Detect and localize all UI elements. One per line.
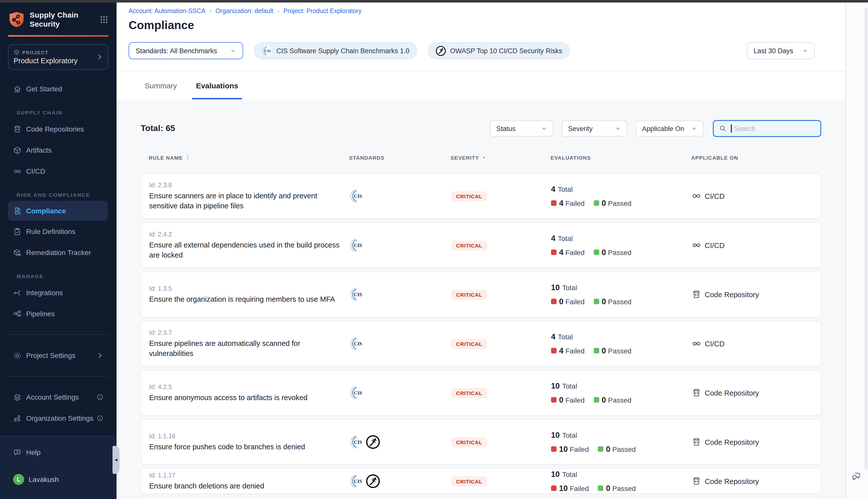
table-row-partial: [141, 498, 821, 499]
sidebar-item-organization-settings[interactable]: Organization Settings: [0, 407, 117, 429]
severity-filter-dropdown[interactable]: Severity: [562, 121, 627, 136]
search-input[interactable]: [713, 120, 821, 137]
standards-cell: CIS: [350, 336, 451, 351]
user-menu[interactable]: L Lavakush: [0, 469, 117, 490]
chevron-down-icon: [541, 125, 547, 132]
app-window: Supply Chain Security PROJECT Product Ex…: [0, 0, 868, 499]
column-header-severity[interactable]: SEVERITY: [450, 154, 551, 160]
sidebar-collapse-handle[interactable]: ◀: [112, 446, 120, 474]
severity-badge: CRITICAL: [451, 388, 487, 398]
chip-cis-benchmarks[interactable]: CIS CIS Software Supply Chain Benchmarks…: [254, 42, 417, 59]
applicable-on-cell: Code Repository: [692, 290, 813, 299]
applicable-on-label: Code Repository: [705, 290, 759, 299]
sidebar-item-remediation-tracker[interactable]: Remediation Tracker: [0, 242, 117, 263]
severity-badge: CRITICAL: [451, 191, 487, 201]
table-row[interactable]: Id: 1.1.16 Ensure force pushes code to b…: [141, 419, 821, 465]
sidebar-item-code-repositories[interactable]: Code Repositories: [0, 119, 117, 139]
applicable-on-label: Code Repository: [705, 438, 759, 446]
svg-text:CIS: CIS: [354, 292, 362, 297]
cis-logo-icon: CIS: [350, 474, 364, 488]
table-row[interactable]: Id: 2.3.7 Ensure pipelines are automatic…: [141, 321, 821, 366]
period-dropdown[interactable]: Last 30 Days: [747, 42, 815, 59]
svg-text:CIS: CIS: [354, 478, 362, 484]
sidebar-item-pipelines[interactable]: Pipelines: [0, 303, 117, 324]
sidebar-item-account-settings[interactable]: Account Settings: [0, 387, 117, 407]
total-count-value: 4: [551, 184, 555, 194]
breadcrumb-account[interactable]: Account: Automation-SSCA: [129, 8, 205, 14]
svg-text:CIS: CIS: [265, 49, 271, 53]
table-row[interactable]: Id: 1.1.17 Ensure branch deletions are d…: [141, 468, 821, 494]
help-chat-icon: [13, 448, 22, 457]
table-row[interactable]: Id: 4.2.5 Ensure anonymous access to art…: [141, 370, 821, 416]
applicable-on-cell: Code Repository: [692, 437, 813, 447]
failed-count-value: 4: [559, 248, 563, 257]
project-name: Product Exploratory: [14, 57, 96, 65]
cicd-infinity-icon: [692, 191, 701, 201]
window-top-bar: [0, 0, 868, 2]
app-grid-icon[interactable]: [99, 15, 108, 24]
table-row[interactable]: Id: 2.3.8 Ensure scanners are in place t…: [141, 173, 821, 219]
project-selector[interactable]: PROJECT Product Exploratory: [8, 44, 108, 70]
standards-cell: CIS: [350, 435, 451, 449]
sidebar-item-compliance[interactable]: Compliance: [8, 201, 108, 221]
failed-count-value: 4: [559, 346, 563, 355]
tab-evaluations[interactable]: Evaluations: [192, 71, 242, 99]
table-row[interactable]: Id: 2.4.2 Ensure all external dependenci…: [141, 222, 821, 268]
column-header-rule-name[interactable]: RULE NAME: [149, 154, 349, 160]
passed-count-value: 0: [606, 484, 610, 493]
total-count-value: 10: [551, 430, 560, 439]
evaluations-cell: 10 Total 0 Failed 0 Passed: [551, 283, 692, 306]
status-filter-dropdown[interactable]: Status: [490, 121, 554, 136]
org-gear-icon: [13, 414, 22, 423]
standards-dropdown[interactable]: Standards: All Benchmarks: [129, 42, 243, 59]
breadcrumb-project[interactable]: Project: Product Exploratory: [283, 8, 361, 14]
applicable-on-filter-dropdown[interactable]: Applicable On: [636, 121, 704, 136]
applicable-on-cell: CI/CD: [692, 191, 813, 201]
sidebar-item-integrations[interactable]: Integrations: [0, 282, 117, 303]
brand-accent-rule: [8, 35, 108, 37]
right-rail: [845, 2, 868, 499]
sidebar-item-ci-cd[interactable]: CI/CD: [0, 161, 117, 182]
cis-logo-icon: CIS: [350, 238, 364, 253]
standards-filter-row: Standards: All Benchmarks CIS CIS Softwa…: [129, 42, 833, 59]
rule-id: Id: 2.4.2: [149, 231, 340, 238]
table-row[interactable]: Id: 1.3.5 Ensure the organization is req…: [141, 271, 821, 317]
tab-summary[interactable]: Summary: [141, 71, 181, 99]
cicd-infinity-icon: [692, 241, 701, 250]
rule-id: Id: 2.3.7: [149, 329, 340, 336]
table-toolbar: Total: 65 Status Severity Applicable On: [141, 120, 821, 137]
applicable-on-cell: CI/CD: [692, 339, 813, 349]
passed-indicator: [594, 299, 599, 304]
info-icon[interactable]: [96, 393, 104, 401]
sidebar-item-rule-definitions[interactable]: Rule Definitions: [0, 221, 117, 242]
failed-count-value: 4: [559, 198, 563, 208]
chip-owasp-top10[interactable]: OWASP Top 10 CI/CD Security Risks: [428, 42, 570, 59]
sidebar-section-label: SUPPLY CHAIN: [0, 107, 117, 119]
total-count-value: 4: [551, 332, 555, 341]
evaluations-cell: 10 Total 10 Failed 0 Passed: [551, 470, 692, 493]
box-tool-icon: [13, 248, 22, 257]
rule-name: Ensure scanners are in place to identify…: [149, 191, 340, 210]
sidebar-item-get-started[interactable]: Get Started: [0, 78, 117, 99]
code-repo-icon: [692, 290, 701, 299]
cis-logo-icon: CIS: [350, 189, 364, 203]
chevron-down-icon: [691, 125, 697, 132]
breadcrumb-organization[interactable]: Organization: default: [216, 8, 274, 14]
failed-count-value: 0: [559, 297, 563, 306]
column-header-standards: STANDARDS: [349, 154, 450, 160]
scrollbar-thumb[interactable]: [865, 8, 868, 470]
cis-logo-icon: CIS: [350, 435, 364, 449]
support-chat-icon[interactable]: [851, 471, 861, 482]
sidebar-item-artifacts[interactable]: Artifacts: [0, 139, 117, 161]
rule-id: Id: 2.3.8: [149, 182, 340, 188]
sort-icon: [185, 155, 190, 160]
info-icon[interactable]: [96, 415, 104, 422]
evaluations-cell: 4 Total 4 Failed 0 Passed: [551, 184, 692, 208]
sidebar-item-help[interactable]: Help: [0, 442, 117, 463]
sidebar-item-project-settings[interactable]: Project Settings: [0, 345, 117, 366]
app-title: Supply Chain Security: [29, 11, 99, 28]
evaluations-cell: 10 Total 0 Failed 0 Passed: [551, 381, 692, 404]
gear-icon: [13, 351, 22, 360]
sidebar-section-label: MANAGE: [0, 270, 117, 282]
failed-indicator: [551, 397, 557, 403]
